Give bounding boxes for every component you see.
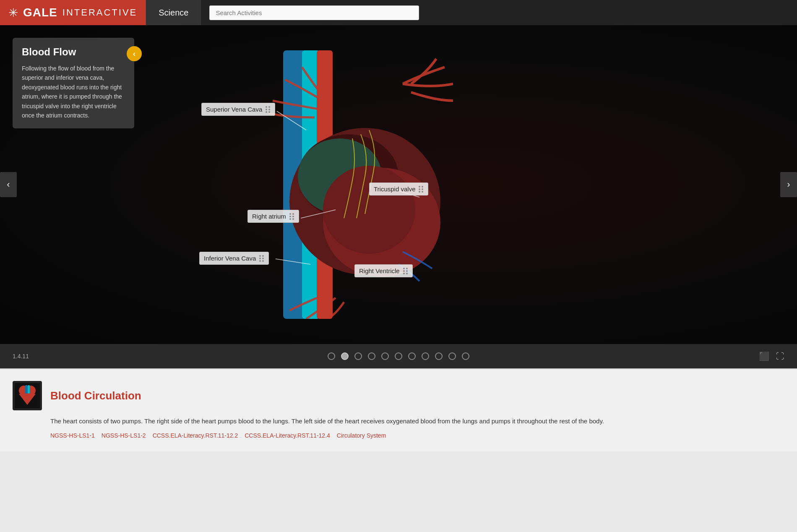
logo-area: ✳ GALE INTERACTIVE	[0, 0, 146, 25]
tags-row: NGSS-HS-LS1-1 NGSS-HS-LS1-2 CCSS.ELA-Lit…	[50, 432, 784, 439]
tag-1[interactable]: NGSS-HS-LS1-1	[50, 432, 95, 439]
search-area	[201, 0, 797, 25]
chevron-right-icon: ›	[787, 179, 790, 190]
bottom-description: The heart consists of two pumps. The rig…	[50, 416, 784, 426]
version-label: 1.4.11	[13, 353, 29, 360]
pagination-dot-5[interactable]	[381, 352, 389, 360]
pagination-dot-9[interactable]	[435, 352, 443, 360]
drag-handle-icon	[403, 268, 408, 274]
annotation-label: Inferior Vena Cava	[204, 255, 256, 262]
annotation-superior-vena-cava[interactable]: Superior Vena Cava	[201, 103, 275, 116]
tag-2[interactable]: NGSS-HS-LS1-2	[102, 432, 146, 439]
annotation-label: Tricuspid valve	[374, 185, 415, 193]
svg-rect-18	[25, 385, 28, 394]
pagination-dot-6[interactable]	[395, 352, 402, 360]
pagination-dot-10[interactable]	[448, 352, 456, 360]
pagination-dot-8[interactable]	[422, 352, 429, 360]
pagination	[328, 352, 469, 360]
drag-handle-icon	[289, 213, 294, 220]
annotation-label: Superior Vena Cava	[206, 106, 262, 113]
chevron-left-icon: ‹	[7, 179, 10, 190]
thumbnail	[13, 381, 42, 410]
tag-4[interactable]: CCSS.ELA-Literacy.RST.11-12.4	[245, 432, 330, 439]
annotation-inferior-vena-cava[interactable]: Inferior Vena Cava	[199, 252, 269, 265]
info-panel: Blood Flow Following the flow of blood f…	[13, 38, 134, 128]
section-label: Science	[146, 0, 201, 25]
logo-gale: GALE	[23, 6, 57, 19]
annotation-tricuspid-valve[interactable]: Tricuspid valve	[369, 183, 428, 196]
pagination-dot-11[interactable]	[462, 352, 469, 360]
logo-interactive: INTERACTIVE	[63, 7, 137, 18]
viewer-controls: 1.4.11 ⬛ ⛶	[0, 344, 797, 368]
drag-handle-icon	[266, 106, 271, 113]
pagination-dot-1[interactable]	[328, 352, 335, 360]
annotation-label: Right atrium	[252, 213, 286, 220]
pagination-dot-2[interactable]	[341, 352, 349, 360]
fullscreen-icon[interactable]: ⛶	[776, 352, 784, 361]
annotation-right-atrium[interactable]: Right atrium	[247, 210, 299, 223]
pagination-dot-3[interactable]	[354, 352, 362, 360]
annotation-label: Right Ventricle	[359, 267, 400, 274]
bottom-info-header: Blood Circulation	[13, 381, 784, 410]
svg-point-8	[323, 166, 415, 254]
nav-prev-button[interactable]: ‹	[0, 172, 17, 197]
drag-handle-icon	[259, 255, 264, 262]
section-text: Science	[159, 8, 188, 18]
info-panel-title: Blood Flow	[22, 46, 125, 58]
panel-collapse-button[interactable]: ‹	[127, 46, 142, 61]
bottom-info: Blood Circulation The heart consists of …	[0, 368, 797, 451]
tag-5[interactable]: Circulatory System	[337, 432, 386, 439]
svg-rect-19	[28, 385, 30, 394]
search-input[interactable]	[209, 5, 419, 20]
pagination-dot-7[interactable]	[408, 352, 416, 360]
control-icons-area: ⬛ ⛶	[759, 351, 784, 361]
drag-handle-icon	[419, 186, 424, 193]
pagination-dot-4[interactable]	[368, 352, 375, 360]
snowflake-icon: ✳	[8, 6, 18, 20]
tag-3[interactable]: CCSS.ELA-Literacy.RST.11-12.2	[153, 432, 238, 439]
bottom-title: Blood Circulation	[50, 389, 141, 402]
nav-next-button[interactable]: ›	[780, 172, 797, 197]
info-panel-text: Following the flow of blood from the sup…	[22, 64, 125, 120]
thumbnail-heart-icon	[15, 383, 40, 408]
viewer: Superior Vena Cava Right atrium Inferior…	[0, 25, 797, 344]
window-icon[interactable]: ⬛	[759, 351, 769, 361]
header: ✳ GALE INTERACTIVE Science	[0, 0, 797, 25]
annotation-right-ventricle[interactable]: Right Ventricle	[354, 264, 413, 277]
